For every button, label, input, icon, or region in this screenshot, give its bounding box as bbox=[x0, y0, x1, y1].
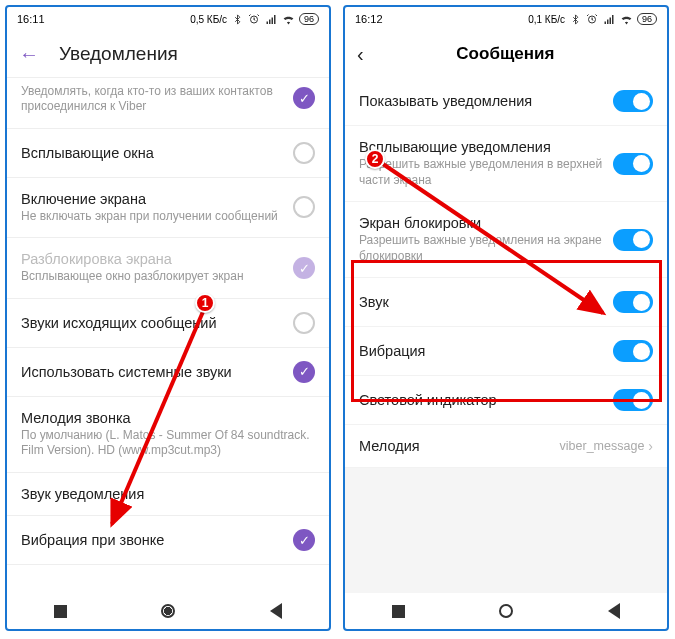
item-value: viber_message › bbox=[560, 438, 653, 454]
alarm-icon bbox=[586, 13, 599, 26]
back-icon[interactable]: ← bbox=[19, 43, 39, 66]
item-sub: Не включать экран при получении сообщени… bbox=[21, 209, 283, 225]
back-icon[interactable]: ‹ bbox=[357, 43, 364, 66]
signal-icon bbox=[265, 13, 278, 26]
right-phone: 16:12 0,1 КБ/с 96 ‹ Сообщения Показывать… bbox=[343, 5, 669, 631]
checkbox-icon[interactable]: ✓ bbox=[293, 361, 315, 383]
list-item[interactable]: Всплывающие окна bbox=[7, 129, 329, 178]
item-title: Мелодия bbox=[359, 438, 550, 454]
item-title: Использовать системные звуки bbox=[21, 364, 283, 380]
item-title: Показывать уведомления bbox=[359, 93, 603, 109]
page-header: ← Уведомления bbox=[7, 31, 329, 77]
list-item[interactable]: Звуки исходящих сообщений bbox=[7, 299, 329, 348]
checkbox-icon[interactable]: ✓ bbox=[293, 529, 315, 551]
item-title: Экран блокировки bbox=[359, 215, 603, 231]
page-title: Уведомления bbox=[59, 43, 178, 65]
recent-apps-button[interactable] bbox=[54, 605, 67, 618]
list-item[interactable]: Звук уведомления bbox=[7, 473, 329, 516]
list-item[interactable]: Всплывающие уведомления Разрешить важные… bbox=[345, 126, 667, 202]
item-title: Включение экрана bbox=[21, 191, 283, 207]
list-item[interactable]: Включение экрана Не включать экран при п… bbox=[7, 178, 329, 239]
checkbox-icon[interactable]: ✓ bbox=[293, 87, 315, 109]
item-title: Разблокировка экрана bbox=[21, 251, 283, 267]
checkbox-icon[interactable] bbox=[293, 142, 315, 164]
statusbar: 16:12 0,1 КБ/с 96 bbox=[345, 7, 667, 31]
list-item[interactable]: Световой индикатор bbox=[345, 376, 667, 425]
toggle-switch[interactable] bbox=[613, 340, 653, 362]
battery-text: 96 bbox=[637, 13, 657, 25]
statusbar: 16:11 0,5 КБ/с 96 bbox=[7, 7, 329, 31]
page-header: ‹ Сообщения bbox=[345, 31, 667, 77]
item-title: Звуки исходящих сообщений bbox=[21, 315, 283, 331]
toggle-switch[interactable] bbox=[613, 389, 653, 411]
list-item[interactable]: Мелодия viber_message › bbox=[345, 425, 667, 468]
list-item: Разблокировка экрана Всплывающее окно ра… bbox=[7, 238, 329, 299]
item-title: Световой индикатор bbox=[359, 392, 603, 408]
list-item[interactable]: Звук bbox=[345, 278, 667, 327]
wifi-icon bbox=[620, 13, 633, 26]
item-title: Звук bbox=[359, 294, 603, 310]
list-item[interactable]: Использовать системные звуки ✓ bbox=[7, 348, 329, 397]
list-item[interactable]: Показывать уведомления bbox=[345, 77, 667, 126]
status-speed: 0,1 КБ/с bbox=[528, 14, 565, 25]
checkbox-icon[interactable] bbox=[293, 312, 315, 334]
home-button[interactable] bbox=[499, 604, 513, 618]
list-item[interactable]: Вибрация при звонке ✓ bbox=[7, 516, 329, 565]
item-title: Мелодия звонка bbox=[21, 410, 315, 426]
back-button[interactable] bbox=[270, 603, 282, 619]
toggle-switch[interactable] bbox=[613, 90, 653, 112]
toggle-switch[interactable] bbox=[613, 153, 653, 175]
item-title: Звук уведомления bbox=[21, 486, 315, 502]
back-button[interactable] bbox=[608, 603, 620, 619]
home-button[interactable] bbox=[161, 604, 175, 618]
wifi-icon bbox=[282, 13, 295, 26]
status-time: 16:12 bbox=[355, 13, 383, 25]
item-sub: Уведомлять, когда кто-то из ваших контак… bbox=[21, 84, 283, 115]
signal-icon bbox=[603, 13, 616, 26]
list-item[interactable]: Уведомлять, когда кто-то из ваших контак… bbox=[7, 78, 329, 129]
item-title: Всплывающие окна bbox=[21, 145, 283, 161]
settings-list: Показывать уведомления Всплывающие уведо… bbox=[345, 77, 667, 593]
recent-apps-button[interactable] bbox=[392, 605, 405, 618]
chevron-right-icon: › bbox=[648, 438, 653, 454]
item-title: Всплывающие уведомления bbox=[359, 139, 603, 155]
status-right: 0,1 КБ/с 96 bbox=[528, 13, 657, 26]
item-title: Вибрация bbox=[359, 343, 603, 359]
item-sub: По умолчанию (L. Matos - Summer Of 84 so… bbox=[21, 428, 315, 459]
settings-list: Уведомлять, когда кто-то из ваших контак… bbox=[7, 78, 329, 594]
bluetooth-icon bbox=[569, 13, 582, 26]
left-phone: 16:11 0,5 КБ/с 96 ← Уведомления Уведомля… bbox=[5, 5, 331, 631]
status-right: 0,5 КБ/с 96 bbox=[190, 13, 319, 26]
page-title: Сообщения bbox=[384, 44, 627, 64]
list-item[interactable]: Экран блокировки Разрешить важные уведом… bbox=[345, 202, 667, 278]
item-sub: Разрешить важные уведомления на экране б… bbox=[359, 233, 603, 264]
list-item[interactable]: Вибрация bbox=[345, 327, 667, 376]
battery-text: 96 bbox=[299, 13, 319, 25]
toggle-switch[interactable] bbox=[613, 291, 653, 313]
item-title: Вибрация при звонке bbox=[21, 532, 283, 548]
bluetooth-icon bbox=[231, 13, 244, 26]
list-item[interactable]: Мелодия звонка По умолчанию (L. Matos - … bbox=[7, 397, 329, 473]
checkbox-icon: ✓ bbox=[293, 257, 315, 279]
toggle-switch[interactable] bbox=[613, 229, 653, 251]
item-sub: Разрешить важные уведомления в верхней ч… bbox=[359, 157, 603, 188]
checkbox-icon[interactable] bbox=[293, 196, 315, 218]
item-sub: Всплывающее окно разблокирует экран bbox=[21, 269, 283, 285]
status-time: 16:11 bbox=[17, 13, 45, 25]
android-navbar bbox=[345, 593, 667, 629]
android-navbar bbox=[7, 593, 329, 629]
status-speed: 0,5 КБ/с bbox=[190, 14, 227, 25]
alarm-icon bbox=[248, 13, 261, 26]
